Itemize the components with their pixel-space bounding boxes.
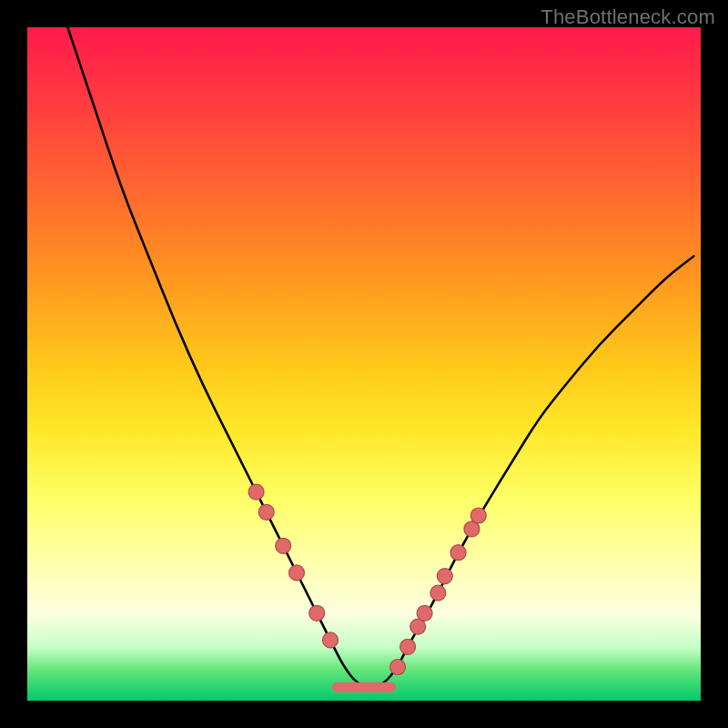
chart-svg bbox=[27, 27, 701, 701]
marker-dot bbox=[470, 508, 486, 523]
marker-dot bbox=[323, 632, 339, 648]
marker-dot bbox=[450, 545, 466, 561]
marker-group bbox=[248, 484, 486, 674]
marker-dot bbox=[400, 639, 416, 654]
marker-dot bbox=[289, 565, 305, 581]
marker-dot bbox=[417, 605, 432, 621]
marker-dot bbox=[390, 660, 406, 675]
marker-dot bbox=[309, 605, 325, 621]
chart-container: TheBottleneck.com bbox=[0, 0, 728, 728]
marker-dot bbox=[430, 585, 446, 601]
curve-group bbox=[67, 27, 693, 686]
marker-dot bbox=[248, 484, 264, 500]
watermark-text: TheBottleneck.com bbox=[541, 5, 715, 29]
plot-area bbox=[27, 27, 701, 701]
marker-dot bbox=[437, 569, 452, 584]
marker-dot bbox=[276, 538, 291, 553]
bottleneck-curve bbox=[67, 27, 693, 686]
marker-dot bbox=[258, 504, 274, 520]
